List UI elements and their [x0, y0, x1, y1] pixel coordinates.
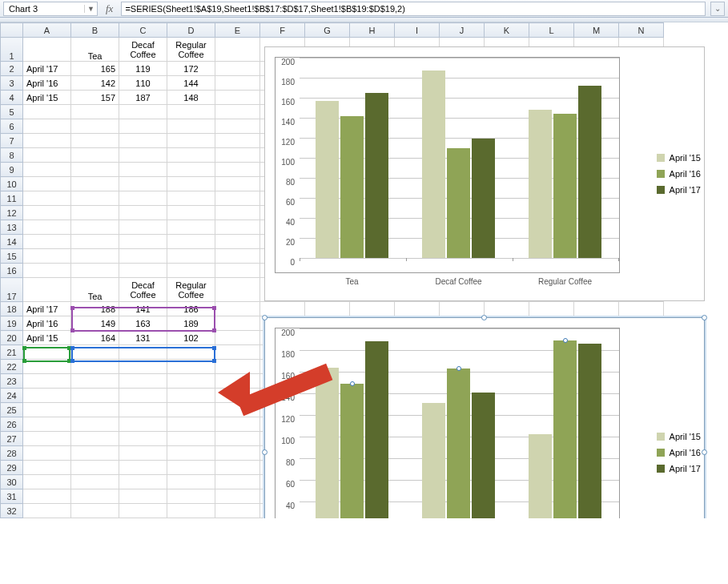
cell[interactable]: 148: [167, 91, 215, 105]
bar[interactable]: [422, 403, 445, 518]
bar[interactable]: [529, 110, 552, 258]
row-header[interactable]: 5: [1, 105, 23, 119]
row-header[interactable]: 28: [1, 446, 23, 461]
legend[interactable]: April '15 April '16 April '17: [657, 425, 701, 480]
row-header[interactable]: 14: [1, 235, 23, 249]
row-header[interactable]: 8: [1, 148, 23, 163]
row-header[interactable]: 31: [1, 489, 23, 504]
bar[interactable]: [316, 101, 339, 258]
bar[interactable]: [422, 70, 445, 258]
col-header[interactable]: G: [305, 23, 350, 38]
bar[interactable]: [340, 384, 364, 518]
fx-icon[interactable]: fx: [103, 2, 116, 15]
row-header[interactable]: 7: [1, 134, 23, 148]
expand-formula-bar-icon[interactable]: ⌄: [710, 2, 725, 16]
bar[interactable]: [578, 86, 601, 258]
cell[interactable]: 164: [71, 331, 119, 345]
row-header[interactable]: 24: [1, 389, 23, 403]
col-header[interactable]: K: [485, 23, 529, 38]
cell[interactable]: April '15: [23, 91, 71, 105]
col-header[interactable]: N: [619, 23, 664, 38]
row-header[interactable]: 17: [1, 278, 23, 302]
cell[interactable]: Tea: [71, 278, 119, 302]
cell[interactable]: April '17: [23, 62, 71, 76]
cell[interactable]: 142: [71, 76, 119, 91]
bar[interactable]: [529, 434, 552, 518]
cell[interactable]: 110: [119, 76, 167, 91]
row-header[interactable]: 22: [1, 360, 23, 374]
cell[interactable]: Tea: [71, 38, 119, 62]
row-header[interactable]: 3: [1, 76, 23, 91]
cell[interactable]: 165: [71, 62, 119, 76]
cell[interactable]: 157: [71, 91, 119, 105]
bar[interactable]: [578, 344, 601, 518]
row-header[interactable]: 12: [1, 206, 23, 220]
row-header[interactable]: 4: [1, 91, 23, 105]
row-header[interactable]: 25: [1, 403, 23, 417]
row-header[interactable]: 11: [1, 191, 23, 206]
col-header[interactable]: A: [23, 23, 71, 38]
cell[interactable]: Regular Coffee: [167, 278, 215, 302]
cell[interactable]: 186: [167, 302, 215, 316]
legend[interactable]: April '15 April '16 April '17: [657, 147, 701, 201]
bar[interactable]: [340, 116, 364, 259]
resize-handle[interactable]: [262, 449, 267, 455]
cell[interactable]: April '16: [23, 316, 71, 331]
cell[interactable]: 141: [119, 302, 167, 316]
cell[interactable]: Decaf Coffee: [119, 278, 167, 302]
row-header[interactable]: 2: [1, 62, 23, 76]
select-all-corner[interactable]: [1, 23, 23, 38]
col-header[interactable]: C: [119, 23, 167, 38]
cell[interactable]: Regular Coffee: [167, 38, 215, 62]
col-header[interactable]: E: [215, 23, 260, 38]
bar[interactable]: [553, 340, 577, 518]
cell[interactable]: April '16: [23, 76, 71, 91]
col-header[interactable]: B: [71, 23, 119, 38]
cell[interactable]: 102: [167, 331, 215, 345]
name-box[interactable]: Chart 3 ▼: [3, 2, 98, 16]
cell[interactable]: 187: [119, 91, 167, 105]
bar[interactable]: [553, 114, 577, 258]
cell[interactable]: 172: [167, 62, 215, 76]
cell[interactable]: 131: [119, 331, 167, 345]
col-header[interactable]: M: [574, 23, 619, 38]
row-header[interactable]: 19: [1, 316, 23, 331]
bar[interactable]: [472, 139, 495, 258]
resize-handle[interactable]: [702, 315, 707, 320]
worksheet[interactable]: A B C D E F G H I J K L M N 1 Tea Decaf …: [0, 22, 728, 518]
bar[interactable]: [447, 148, 470, 259]
plot-area[interactable]: 020406080100120140160180200: [275, 328, 620, 518]
cell[interactable]: 163: [119, 316, 167, 331]
col-header[interactable]: F: [260, 23, 305, 38]
cell[interactable]: April '15: [23, 331, 71, 345]
bar[interactable]: [365, 93, 388, 258]
resize-handle[interactable]: [702, 449, 707, 455]
chart-2-selected[interactable]: 020406080100120140160180200 April '15 Ap…: [264, 317, 705, 518]
bar[interactable]: [472, 393, 495, 518]
row-header[interactable]: 9: [1, 163, 23, 177]
chart-1[interactable]: 020406080100120140160180200 April '15 Ap…: [264, 46, 705, 301]
row-header[interactable]: 10: [1, 177, 23, 191]
row-header[interactable]: 27: [1, 432, 23, 446]
row-header[interactable]: 30: [1, 475, 23, 489]
cell[interactable]: 149: [71, 316, 119, 331]
bar[interactable]: [316, 368, 339, 518]
cell[interactable]: 119: [119, 62, 167, 76]
col-header[interactable]: J: [440, 23, 485, 38]
col-header[interactable]: D: [167, 23, 215, 38]
row-header[interactable]: 1: [1, 38, 23, 62]
row-header[interactable]: 26: [1, 417, 23, 432]
bar[interactable]: [447, 369, 470, 518]
row-header[interactable]: 6: [1, 119, 23, 134]
col-header[interactable]: L: [529, 23, 574, 38]
row-header[interactable]: 15: [1, 249, 23, 264]
cell[interactable]: Decaf Coffee: [119, 38, 167, 62]
formula-bar[interactable]: =SERIES(Sheet1!$A$19,Sheet1!$B$17:$D$17,…: [121, 2, 706, 16]
row-header[interactable]: 18: [1, 302, 23, 316]
row-header[interactable]: 32: [1, 504, 23, 518]
cell[interactable]: 188: [71, 302, 119, 316]
cell[interactable]: April '17: [23, 302, 71, 316]
col-header[interactable]: H: [350, 23, 395, 38]
bar[interactable]: [365, 341, 388, 518]
row-header[interactable]: 21: [1, 345, 23, 360]
